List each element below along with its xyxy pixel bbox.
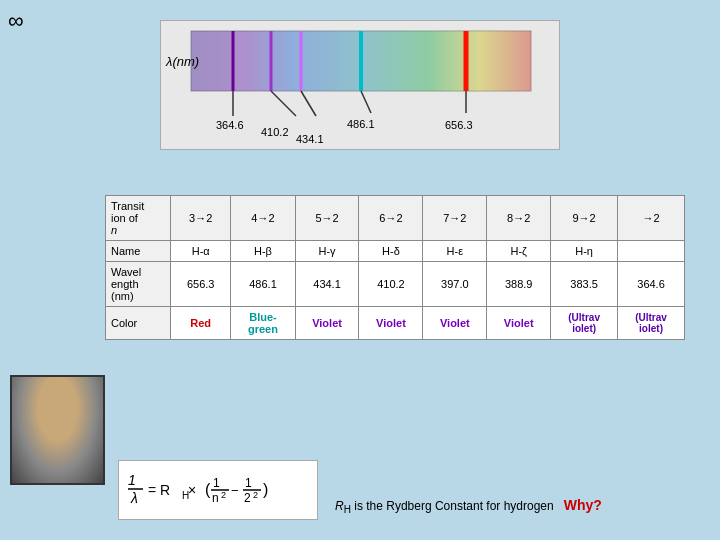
color-label: Color [106, 307, 171, 340]
transitions-table: Transition ofn 3→2 4→2 5→2 6→2 7→2 8→2 9… [105, 195, 685, 340]
wl-410: 410.2 [359, 262, 423, 307]
rh-subscript: H [344, 504, 351, 515]
wl-434: 434.1 [295, 262, 359, 307]
svg-text:= R: = R [148, 482, 170, 498]
col-9to2: 9→2 [551, 196, 618, 241]
rydberg-description: RH is the Rydberg Constant for hydrogen … [335, 497, 602, 515]
rh-symbol: R [335, 499, 344, 513]
col-6to2: 6→2 [359, 196, 423, 241]
portrait-image [12, 377, 103, 483]
color-row: Color Red Blue-green Violet Violet Viole… [106, 307, 685, 340]
svg-text:(: ( [205, 481, 211, 498]
svg-text:): ) [263, 481, 268, 498]
name-hepsilon: H-ε [423, 241, 487, 262]
svg-line-10 [301, 91, 316, 116]
svg-text:364.6: 364.6 [216, 119, 244, 131]
name-hzeta: H-ζ [487, 241, 551, 262]
spectrum-container: λ(nm) 364.6 410.2 434.1 486.1 656.3 [160, 20, 560, 150]
table-header-row: Transition ofn 3→2 4→2 5→2 6→2 7→2 8→2 9… [106, 196, 685, 241]
color-violet-1: Violet [295, 307, 359, 340]
wl-656: 656.3 [171, 262, 231, 307]
svg-text:−: − [231, 483, 239, 498]
col-3to2: 3→2 [171, 196, 231, 241]
name-hbeta: H-β [231, 241, 295, 262]
wl-365: 364.6 [618, 262, 685, 307]
color-violet-2: Violet [359, 307, 423, 340]
color-violet-3: Violet [423, 307, 487, 340]
infinity-symbol: ∞ [8, 8, 24, 34]
formula-svg: 1 λ = R H × ( 1 n 2 − 1 2 2 ) [123, 465, 313, 515]
wl-397: 397.0 [423, 262, 487, 307]
svg-text:×: × [188, 482, 196, 498]
color-red: Red [171, 307, 231, 340]
row-label-header: Transition ofn [106, 196, 171, 241]
col-inf-to2: →2 [618, 196, 685, 241]
name-heta: H-η [551, 241, 618, 262]
svg-text:λ: λ [130, 490, 138, 506]
color-uv-2: (Ultraviolet) [618, 307, 685, 340]
wl-486: 486.1 [231, 262, 295, 307]
svg-text:1: 1 [128, 472, 136, 488]
col-8to2: 8→2 [487, 196, 551, 241]
svg-line-9 [271, 91, 296, 116]
formula-box: 1 λ = R H × ( 1 n 2 − 1 2 2 ) [118, 460, 318, 520]
spectrum-svg: λ(nm) 364.6 410.2 434.1 486.1 656.3 [161, 21, 561, 151]
svg-text:656.3: 656.3 [445, 119, 473, 131]
svg-text:434.1: 434.1 [296, 133, 324, 145]
svg-text:2: 2 [244, 491, 251, 505]
name-label: Name [106, 241, 171, 262]
wavelength-label: Wavelength(nm) [106, 262, 171, 307]
svg-text:486.1: 486.1 [347, 118, 375, 130]
wl-384: 383.5 [551, 262, 618, 307]
svg-line-11 [361, 91, 371, 113]
color-bluegreen: Blue-green [231, 307, 295, 340]
table-container: Transition ofn 3→2 4→2 5→2 6→2 7→2 8→2 9… [105, 195, 685, 340]
col-4to2: 4→2 [231, 196, 295, 241]
name-row: Name H-α H-β H-γ H-δ H-ε H-ζ H-η [106, 241, 685, 262]
name-hgamma: H-γ [295, 241, 359, 262]
col-5to2: 5→2 [295, 196, 359, 241]
col-7to2: 7→2 [423, 196, 487, 241]
name-halpha: H-α [171, 241, 231, 262]
name-empty [618, 241, 685, 262]
svg-text:410.2: 410.2 [261, 126, 289, 138]
rydberg-desc-text: is the Rydberg Constant for hydrogen [351, 499, 554, 513]
wl-389: 388.9 [487, 262, 551, 307]
wavelength-row: Wavelength(nm) 656.3 486.1 434.1 410.2 3… [106, 262, 685, 307]
svg-text:n: n [212, 491, 219, 505]
svg-text:1: 1 [213, 476, 220, 490]
svg-text:λ(nm): λ(nm) [165, 54, 199, 69]
why-label: Why? [564, 497, 602, 513]
svg-text:1: 1 [245, 476, 252, 490]
svg-text:2: 2 [221, 490, 226, 500]
color-violet-4: Violet [487, 307, 551, 340]
scientist-portrait [10, 375, 105, 485]
svg-text:2: 2 [253, 490, 258, 500]
name-hdelta: H-δ [359, 241, 423, 262]
color-uv-1: (Ultraviolet) [551, 307, 618, 340]
